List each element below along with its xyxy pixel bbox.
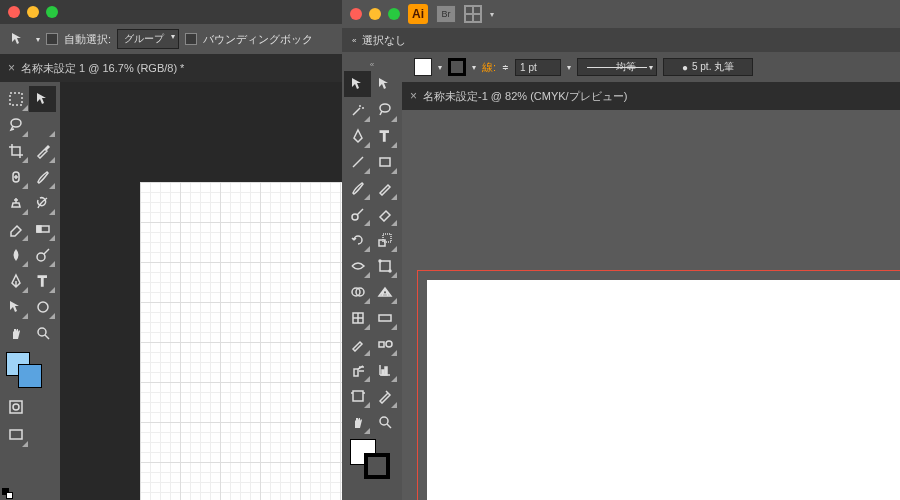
- healing-brush-tool[interactable]: [2, 164, 29, 190]
- graph-tool[interactable]: [371, 357, 398, 383]
- collapse-icon[interactable]: «: [344, 58, 400, 71]
- lasso-tool[interactable]: [371, 97, 398, 123]
- fill-swatch[interactable]: [414, 58, 432, 76]
- svg-rect-11: [10, 430, 22, 439]
- collapse-icon[interactable]: «: [352, 36, 356, 45]
- stroke-profile-dropdown[interactable]: 均等▾: [577, 58, 657, 76]
- hand-tool[interactable]: [2, 320, 29, 346]
- bbox-checkbox[interactable]: [185, 33, 197, 45]
- selection-tool[interactable]: [344, 71, 371, 97]
- eyedropper-tool[interactable]: [344, 331, 371, 357]
- stroke-swatch[interactable]: [448, 58, 466, 76]
- stroke-label[interactable]: 線:: [482, 60, 496, 75]
- blob-brush-tool[interactable]: [344, 201, 371, 227]
- shape-builder-tool[interactable]: [344, 279, 371, 305]
- artboard[interactable]: [427, 280, 900, 500]
- ai-titlebar: Ai Br ▾: [342, 0, 900, 28]
- dropdown-icon[interactable]: ▾: [567, 63, 571, 72]
- eraser-tool[interactable]: [2, 216, 29, 242]
- scale-tool[interactable]: [371, 227, 398, 253]
- dropdown-icon[interactable]: ▾: [438, 63, 442, 72]
- rotate-tool[interactable]: [344, 227, 371, 253]
- svg-rect-18: [380, 261, 390, 271]
- close-button[interactable]: [8, 6, 20, 18]
- artboard-tool[interactable]: [344, 383, 371, 409]
- mesh-tool[interactable]: [344, 305, 371, 331]
- svg-rect-24: [379, 315, 391, 321]
- selection-text: 選択なし: [362, 33, 406, 48]
- stroke-weight-input[interactable]: [515, 59, 561, 76]
- line-tool[interactable]: [344, 149, 371, 175]
- screen-mode-icon[interactable]: [2, 422, 29, 448]
- quick-mask-icon[interactable]: [2, 394, 29, 420]
- profile-label: 均等: [616, 60, 636, 74]
- magic-wand-tool[interactable]: [29, 112, 56, 138]
- crop-tool[interactable]: [2, 138, 29, 164]
- background-color[interactable]: [18, 364, 42, 388]
- shape-tool[interactable]: [29, 294, 56, 320]
- bridge-icon[interactable]: Br: [436, 5, 456, 23]
- zoom-tool[interactable]: [29, 320, 56, 346]
- close-button[interactable]: [350, 8, 362, 20]
- ai-document-tab[interactable]: × 名称未設定-1 @ 82% (CMYK/プレビュー): [402, 82, 900, 110]
- paintbrush-tool[interactable]: [344, 175, 371, 201]
- ai-canvas-area[interactable]: [402, 110, 900, 500]
- svg-rect-25: [379, 342, 384, 347]
- minimize-button[interactable]: [27, 6, 39, 18]
- dropdown-icon[interactable]: ▾: [472, 63, 476, 72]
- zoom-button[interactable]: [388, 8, 400, 20]
- free-transform-tool[interactable]: [371, 253, 398, 279]
- stepper-icon[interactable]: ≑: [502, 63, 509, 72]
- minimize-button[interactable]: [369, 8, 381, 20]
- svg-rect-16: [379, 240, 385, 246]
- magic-wand-tool[interactable]: [344, 97, 371, 123]
- dropdown-icon[interactable]: ▾: [490, 10, 494, 19]
- gradient-tool[interactable]: [371, 305, 398, 331]
- default-colors-icon[interactable]: [2, 488, 14, 500]
- ps-canvas-area[interactable]: [60, 82, 342, 500]
- marquee-tool[interactable]: [2, 86, 29, 112]
- auto-select-dropdown[interactable]: グループ: [117, 29, 179, 49]
- brush-tool[interactable]: [29, 164, 56, 190]
- blur-tool[interactable]: [2, 242, 29, 268]
- tab-title: 名称未設定-1 @ 82% (CMYK/プレビュー): [423, 89, 627, 104]
- type-tool[interactable]: T: [29, 268, 56, 294]
- svg-point-26: [386, 341, 392, 347]
- close-tab-icon[interactable]: ×: [410, 89, 417, 103]
- dodge-tool[interactable]: [29, 242, 56, 268]
- lasso-tool[interactable]: [2, 112, 29, 138]
- brush-dropdown[interactable]: ●5 pt. 丸筆: [663, 58, 753, 76]
- move-tool[interactable]: [29, 86, 56, 112]
- width-tool[interactable]: [344, 253, 371, 279]
- gradient-tool[interactable]: [29, 216, 56, 242]
- type-tool[interactable]: T: [371, 123, 398, 149]
- document-tab[interactable]: × 名称未設定 1 @ 16.7% (RGB/8) *: [0, 54, 342, 82]
- blend-tool[interactable]: [371, 331, 398, 357]
- rectangle-tool[interactable]: [371, 149, 398, 175]
- direct-selection-tool[interactable]: [371, 71, 398, 97]
- svg-rect-27: [354, 369, 358, 376]
- path-selection-tool[interactable]: [2, 294, 29, 320]
- eyedropper-tool[interactable]: [29, 138, 56, 164]
- arrange-documents-icon[interactable]: [464, 5, 482, 23]
- zoom-button[interactable]: [46, 6, 58, 18]
- color-swatches[interactable]: [2, 352, 42, 392]
- pen-tool[interactable]: [344, 123, 371, 149]
- history-brush-tool[interactable]: [29, 190, 56, 216]
- ai-color-swatches[interactable]: [350, 439, 394, 483]
- ps-document[interactable]: [140, 182, 342, 500]
- svg-point-8: [38, 328, 46, 336]
- pen-tool[interactable]: [2, 268, 29, 294]
- slice-tool[interactable]: [371, 383, 398, 409]
- eraser-tool[interactable]: [371, 201, 398, 227]
- pencil-tool[interactable]: [371, 175, 398, 201]
- dropdown-icon[interactable]: ▾: [36, 35, 40, 44]
- stroke-color[interactable]: [364, 453, 390, 479]
- clone-stamp-tool[interactable]: [2, 190, 29, 216]
- perspective-grid-tool[interactable]: [371, 279, 398, 305]
- hand-tool[interactable]: [344, 409, 371, 435]
- close-tab-icon[interactable]: ×: [8, 61, 15, 75]
- auto-select-checkbox[interactable]: [46, 33, 58, 45]
- zoom-tool[interactable]: [371, 409, 398, 435]
- symbol-sprayer-tool[interactable]: [344, 357, 371, 383]
